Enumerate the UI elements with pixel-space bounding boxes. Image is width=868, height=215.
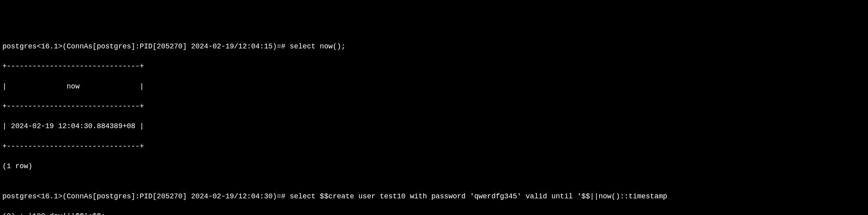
row-count: (1 row) (2, 161, 866, 171)
table-header-now: | now | (2, 82, 866, 92)
table-row-now-value: | 2024-02-19 12:04:30.884389+08 | (2, 121, 866, 131)
table-border: +-------------------------------+ (2, 61, 866, 71)
terminal-line-prompt-1: postgres<16.1>(ConnAs[postgres]:PID[2052… (2, 42, 866, 52)
table-border: +-------------------------------+ (2, 142, 866, 152)
table-border: +-------------------------------+ (2, 102, 866, 111)
terminal-line-prompt-2: postgres<16.1>(ConnAs[postgres]:PID[2052… (2, 192, 866, 202)
terminal-line-continuation: (0) + '180 day'||$$';$$; (2, 211, 866, 215)
